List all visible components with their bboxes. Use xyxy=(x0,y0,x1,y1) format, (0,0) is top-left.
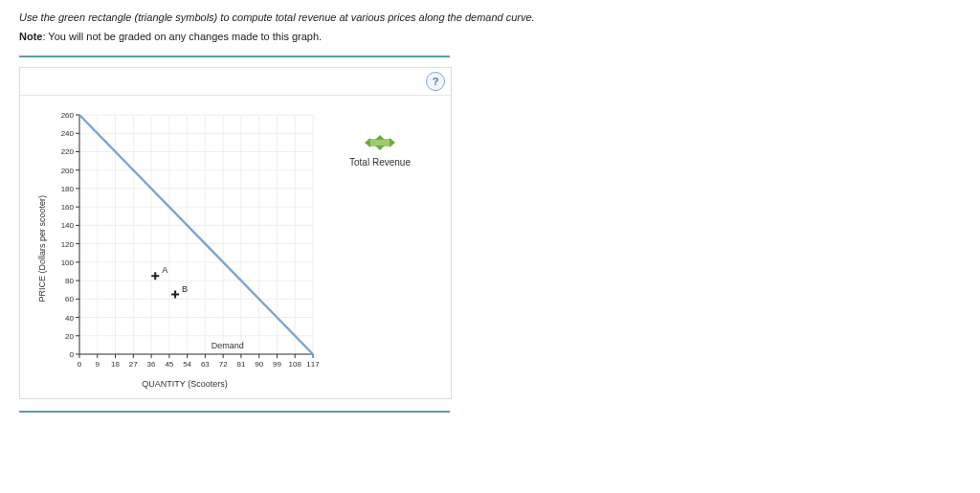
svg-text:20: 20 xyxy=(65,332,74,341)
svg-text:60: 60 xyxy=(65,295,74,303)
note-text: Note: You will not be graded on any chan… xyxy=(19,31,961,42)
note-label: Note xyxy=(19,31,42,42)
svg-text:72: 72 xyxy=(219,360,228,369)
note-body: : You will not be graded on any changes … xyxy=(42,31,322,42)
svg-text:36: 36 xyxy=(147,360,156,369)
svg-text:A: A xyxy=(162,265,167,275)
svg-text:81: 81 xyxy=(236,360,245,369)
plot-column: PRICE (Dollars per scooter) 091827364554… xyxy=(37,109,319,389)
demand-chart[interactable]: 0918273645546372819099108117020406080100… xyxy=(51,109,319,377)
svg-text:0: 0 xyxy=(70,350,75,359)
graph-body: PRICE (Dollars per scooter) 091827364554… xyxy=(20,96,451,391)
svg-text:200: 200 xyxy=(61,167,75,175)
svg-marker-94 xyxy=(365,138,370,147)
graph-toolbar: ? xyxy=(20,68,451,96)
svg-text:63: 63 xyxy=(201,360,210,369)
svg-text:180: 180 xyxy=(61,185,75,193)
svg-text:Demand: Demand xyxy=(212,341,244,350)
svg-text:0: 0 xyxy=(78,360,82,369)
svg-text:117: 117 xyxy=(306,360,319,369)
svg-text:27: 27 xyxy=(129,360,138,369)
svg-text:80: 80 xyxy=(65,277,74,285)
svg-text:54: 54 xyxy=(183,360,191,369)
svg-text:108: 108 xyxy=(289,360,302,369)
svg-text:160: 160 xyxy=(61,203,75,212)
svg-marker-96 xyxy=(375,135,385,140)
svg-text:120: 120 xyxy=(61,240,75,249)
divider-top xyxy=(19,56,450,57)
svg-text:240: 240 xyxy=(61,129,75,138)
svg-text:B: B xyxy=(182,284,188,294)
divider-bottom xyxy=(19,411,450,413)
svg-rect-93 xyxy=(368,139,391,146)
total-revenue-tool-icon[interactable] xyxy=(361,134,399,151)
svg-text:220: 220 xyxy=(61,147,75,156)
svg-text:18: 18 xyxy=(111,360,120,369)
svg-text:100: 100 xyxy=(61,258,75,267)
svg-marker-97 xyxy=(375,146,385,150)
instructions-text: Use the green rectangle (triangle symbol… xyxy=(19,11,961,23)
legend-total-revenue-label: Total Revenue xyxy=(349,157,411,168)
svg-text:140: 140 xyxy=(61,221,75,230)
y-axis-label: PRICE (Dollars per scooter) xyxy=(37,195,47,303)
x-axis-label: QUANTITY (Scooters) xyxy=(142,379,227,389)
svg-text:90: 90 xyxy=(255,360,263,369)
svg-text:45: 45 xyxy=(165,360,173,369)
svg-text:260: 260 xyxy=(61,111,75,120)
help-icon[interactable]: ? xyxy=(426,72,445,91)
graph-panel: ? PRICE (Dollars per scooter) 0918273645… xyxy=(19,67,452,399)
svg-text:40: 40 xyxy=(65,314,74,323)
svg-text:99: 99 xyxy=(273,360,281,369)
svg-marker-95 xyxy=(390,138,395,147)
legend-column: Total Revenue xyxy=(319,109,441,389)
svg-text:9: 9 xyxy=(96,360,100,369)
